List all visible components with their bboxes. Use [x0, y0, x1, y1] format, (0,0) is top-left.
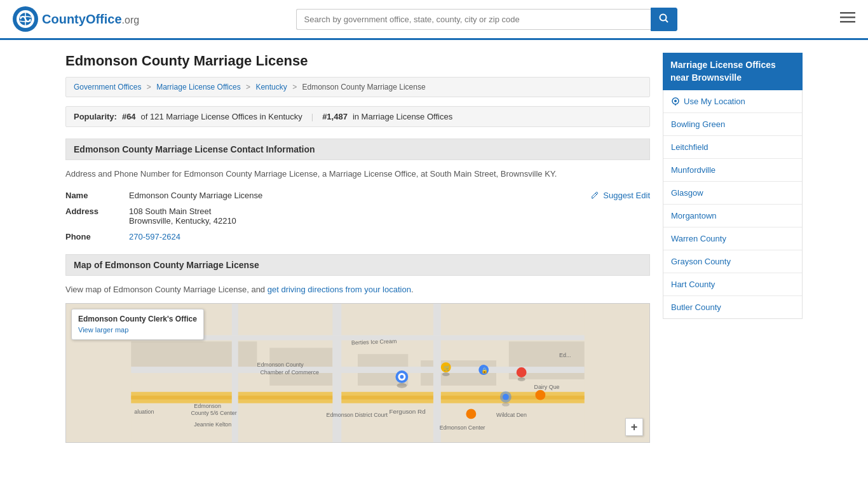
map-container[interactable]: 🛒 🔒 Ferguson Rd Edmonson: [65, 303, 650, 443]
name-value: Edmonson County Marriage License: [129, 191, 590, 200]
svg-text:Edmonson: Edmonson: [194, 403, 221, 409]
breadcrumb-kentucky[interactable]: Kentucky: [255, 83, 287, 92]
sidebar-link-butler-county[interactable]: Butler County: [671, 302, 721, 312]
svg-point-32: [517, 367, 527, 377]
svg-line-4: [665, 20, 668, 22]
sidebar-link-glasgow[interactable]: Glasgow: [671, 188, 703, 198]
main-container: Edmonson County Marriage License Governm…: [53, 40, 815, 456]
map-description: View map of Edmonson County Marriage Lic…: [65, 283, 650, 296]
address-line1: 108 South Main Street: [129, 207, 650, 216]
sidebar-link-leitchfield[interactable]: Leitchfield: [671, 142, 709, 152]
popularity-bar: Popularity: #64 of 121 Marriage License …: [65, 106, 650, 127]
popularity-label: Popularity:: [74, 112, 117, 121]
phone-info-row: Phone 270-597-2624: [65, 232, 650, 241]
svg-text:aluation: aluation: [134, 409, 154, 415]
svg-text:Ferguson Rd: Ferguson Rd: [390, 408, 426, 415]
site-header: CountyOffice.org: [0, 0, 868, 40]
svg-point-22: [397, 383, 407, 388]
svg-point-34: [466, 409, 476, 419]
sidebar-link-warren-county[interactable]: Warren County: [671, 234, 726, 243]
sidebar-link-morgantown[interactable]: Morgantown: [671, 211, 717, 220]
sidebar-item-butler-county[interactable]: Butler County: [663, 296, 802, 318]
search-icon: [659, 13, 669, 24]
svg-rect-6: [840, 17, 855, 18]
svg-rect-20: [131, 367, 584, 373]
content-area: Edmonson County Marriage License Governm…: [65, 53, 650, 443]
sidebar-item-hart-county[interactable]: Hart County: [663, 273, 802, 296]
logo[interactable]: CountyOffice.org: [13, 6, 139, 32]
map-section-header: Map of Edmonson County Marriage License: [65, 254, 650, 276]
sidebar-item-munfordville[interactable]: Munfordville: [663, 159, 802, 182]
phone-link[interactable]: 270-597-2624: [129, 232, 180, 241]
popularity-rank2-text: in Marriage License Offices: [353, 112, 452, 121]
svg-point-33: [535, 390, 545, 400]
phone-label: Phone: [65, 232, 129, 241]
use-my-location-link[interactable]: Use My Location: [684, 97, 745, 106]
sidebar: Marriage License Offices near Brownsvill…: [663, 53, 803, 443]
svg-text:County 5/6 Center: County 5/6 Center: [191, 410, 236, 416]
sidebar-item-warren-county[interactable]: Warren County: [663, 227, 802, 250]
map-desc-start: View map of Edmonson County Marriage Lic…: [65, 285, 268, 294]
svg-point-25: [400, 375, 403, 379]
logo-icon: [13, 6, 38, 32]
svg-rect-7: [840, 21, 855, 23]
svg-rect-16: [131, 396, 584, 400]
svg-rect-10: [131, 341, 257, 367]
sidebar-use-location[interactable]: Use My Location: [663, 90, 802, 113]
suggest-edit-button[interactable]: Suggest Edit: [590, 191, 650, 200]
sidebar-item-grayson-county[interactable]: Grayson County: [663, 250, 802, 273]
popularity-rank1-text: of 121 Marriage License Offices in Kentu…: [141, 112, 302, 121]
search-button[interactable]: [651, 8, 677, 31]
phone-value: 270-597-2624: [129, 232, 650, 241]
sidebar-item-morgantown[interactable]: Morgantown: [663, 205, 802, 227]
map-zoom-in-button[interactable]: +: [625, 418, 643, 436]
svg-text:Edmonson County: Edmonson County: [257, 362, 304, 368]
sidebar-link-munfordville[interactable]: Munfordville: [671, 165, 715, 175]
sidebar-item-leitchfield[interactable]: Leitchfield: [663, 136, 802, 159]
address-line2: Brownsville, Kentucky, 42210: [129, 216, 650, 226]
svg-point-3: [660, 14, 666, 20]
svg-point-31: [518, 377, 526, 381]
svg-text:Edmonson District Court: Edmonson District Court: [326, 412, 388, 418]
svg-point-37: [503, 394, 509, 400]
svg-text:Edmonson Center: Edmonson Center: [440, 424, 485, 431]
address-value: 108 South Main Street Brownsville, Kentu…: [129, 207, 650, 226]
sidebar-link-grayson-county[interactable]: Grayson County: [671, 257, 731, 266]
address-info-row: Address 108 South Main Street Brownsvill…: [65, 207, 650, 226]
breadcrumb: Government Offices > Marriage License Of…: [65, 77, 650, 97]
menu-icon[interactable]: [840, 10, 855, 29]
svg-text:🔒: 🔒: [481, 367, 489, 374]
breadcrumb-marriage-license[interactable]: Marriage License Offices: [156, 83, 241, 92]
contact-name-row: Name Edmonson County Marriage License Su…: [65, 191, 650, 200]
name-label: Name: [65, 191, 129, 200]
search-bar: [296, 8, 677, 31]
svg-text:Ed...: Ed...: [559, 352, 571, 358]
sidebar-link-bowling-green[interactable]: Bowling Green: [671, 119, 725, 129]
view-larger-map-link[interactable]: View larger map: [78, 326, 128, 334]
popup-title: Edmonson County Clerk's Office: [78, 315, 197, 323]
name-info-row: Name Edmonson County Marriage License: [65, 191, 590, 200]
sidebar-item-bowling-green[interactable]: Bowling Green: [663, 113, 802, 136]
sidebar-header: Marriage License Offices near Brownsvill…: [663, 53, 803, 90]
svg-text:Jeannie Kelton: Jeannie Kelton: [194, 421, 231, 428]
address-label: Address: [65, 207, 129, 216]
popularity-rank1: #64: [122, 112, 136, 121]
map-directions-link[interactable]: get driving directions from your locatio…: [268, 285, 411, 294]
search-input[interactable]: [296, 9, 651, 30]
svg-point-35: [502, 403, 510, 407]
location-pin-icon: [671, 97, 680, 106]
sidebar-link-hart-county[interactable]: Hart County: [671, 280, 715, 289]
logo-text: CountyOffice.org: [42, 12, 139, 27]
breadcrumb-current: Edmonson County Marriage License: [302, 83, 425, 92]
svg-text:Chamber of Commerce: Chamber of Commerce: [260, 369, 319, 376]
contact-section-header: Edmonson County Marriage License Contact…: [65, 139, 650, 160]
sidebar-list: Use My Location Bowling Green Leitchfiel…: [663, 90, 803, 319]
svg-point-26: [442, 372, 450, 376]
svg-point-52: [674, 100, 677, 102]
map-popup: Edmonson County Clerk's Office View larg…: [71, 309, 204, 340]
breadcrumb-gov-offices[interactable]: Government Offices: [74, 83, 142, 92]
svg-text:Dairy Que: Dairy Que: [534, 384, 559, 390]
svg-text:Wildcat Den: Wildcat Den: [496, 412, 527, 418]
svg-rect-5: [840, 12, 855, 14]
sidebar-item-glasgow[interactable]: Glasgow: [663, 182, 802, 205]
